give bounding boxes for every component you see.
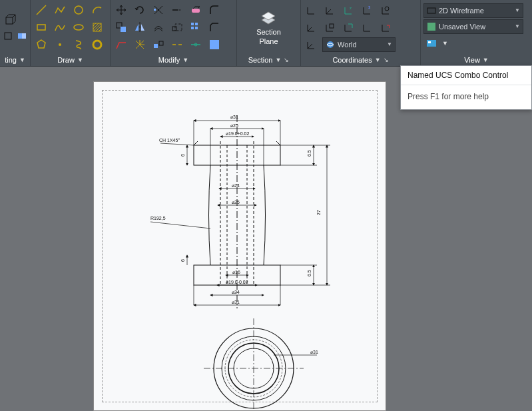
spline-tool-icon[interactable] bbox=[52, 19, 68, 35]
launcher-icon[interactable]: ↘ bbox=[384, 57, 389, 63]
polyline-tool-icon[interactable] bbox=[52, 2, 68, 18]
ucs-icon-8[interactable] bbox=[341, 19, 357, 35]
copy-tool-icon[interactable] bbox=[113, 19, 129, 35]
named-view-combo[interactable]: Unsaved View ▼ bbox=[423, 19, 523, 34]
edit-tool-icon[interactable] bbox=[206, 37, 222, 53]
ucs-combo[interactable]: World ▼ bbox=[322, 37, 396, 52]
join-tool-icon[interactable] bbox=[188, 37, 204, 53]
dim-d25-top: ⌀25 bbox=[230, 123, 238, 128]
launcher-icon[interactable]: ↘ bbox=[284, 57, 289, 63]
array-tool-icon[interactable] bbox=[188, 19, 204, 35]
polygon-tool-icon[interactable] bbox=[33, 37, 49, 53]
mirror-tool-icon[interactable] bbox=[132, 19, 148, 35]
dim-d24: ⌀24 bbox=[232, 183, 240, 188]
tool-unknown-2-icon[interactable] bbox=[17, 29, 28, 43]
panel-modify: Modify ▼ bbox=[111, 0, 237, 66]
svg-rect-0 bbox=[6, 17, 13, 24]
svg-rect-11 bbox=[192, 9, 200, 13]
svg-rect-19 bbox=[195, 27, 198, 29]
dim-r: R192,5 bbox=[150, 216, 166, 220]
svg-point-28 bbox=[327, 41, 334, 48]
dim-6a: 6.5 bbox=[307, 150, 312, 157]
panel-view-label: View bbox=[464, 56, 480, 64]
svg-rect-1 bbox=[5, 33, 11, 39]
panel-draw: Draw ▼ bbox=[31, 0, 111, 66]
ucs-icon-6[interactable] bbox=[304, 19, 320, 35]
svg-point-4 bbox=[75, 6, 83, 14]
donut-tool-icon[interactable] bbox=[89, 37, 105, 53]
svg-rect-16 bbox=[191, 23, 194, 25]
svg-point-26 bbox=[385, 7, 389, 11]
section-plane-label2: Plane bbox=[256, 37, 281, 46]
extend-tool-icon[interactable] bbox=[169, 2, 185, 18]
svg-line-62 bbox=[150, 222, 210, 228]
panel-title-coordinates[interactable]: Coordinates ▼ ↘ bbox=[301, 54, 420, 66]
ellipse-tool-icon[interactable] bbox=[71, 19, 87, 35]
svg-rect-21 bbox=[159, 41, 163, 45]
stretch-tool-icon[interactable] bbox=[113, 37, 129, 53]
move-tool-icon[interactable] bbox=[113, 2, 129, 18]
visual-style-combo[interactable]: 2D Wireframe ▼ bbox=[423, 3, 523, 18]
chevron-down-icon: ▼ bbox=[387, 41, 392, 47]
ucs-display-icon[interactable] bbox=[304, 37, 320, 53]
panel-title-section[interactable]: Section ▼ ↘ bbox=[237, 54, 300, 66]
paper-sheet: ⌀31 ⌀25 ⌀19.0+0.02 ⌀24 ⌀25 ⌀16 ⌀19.0-0.0… bbox=[93, 81, 386, 411]
arc-tool-icon[interactable] bbox=[89, 2, 105, 18]
ucs-icon-2[interactable] bbox=[322, 2, 338, 18]
trim-tool-icon[interactable] bbox=[150, 2, 166, 18]
chevron-down-icon: ▼ bbox=[275, 57, 281, 63]
svg-rect-29 bbox=[427, 8, 435, 13]
tool-unknown-1-icon[interactable] bbox=[3, 29, 14, 43]
dim-6b: 6.5 bbox=[307, 270, 312, 276]
svg-point-8 bbox=[59, 43, 61, 46]
svg-rect-13 bbox=[121, 27, 126, 32]
dim-27: 27 bbox=[316, 210, 321, 215]
erase-tool-icon[interactable] bbox=[188, 2, 204, 18]
fillet-tool-icon[interactable] bbox=[206, 2, 222, 18]
ucs-icon-3[interactable]: z bbox=[341, 2, 357, 18]
ucs-icon-10[interactable] bbox=[378, 19, 394, 35]
panel-title-partial[interactable]: ting ▼ bbox=[0, 54, 30, 66]
chevron-down-icon: ▼ bbox=[515, 7, 520, 13]
svg-text:z: z bbox=[350, 6, 352, 10]
chevron-down-icon: ▼ bbox=[77, 57, 83, 63]
hatch-tool-icon[interactable] bbox=[89, 19, 105, 35]
explode-tool-icon[interactable] bbox=[132, 37, 148, 53]
rectangle-tool-icon[interactable] bbox=[33, 19, 49, 35]
panel-coords-label: Coordinates bbox=[332, 56, 372, 64]
view-manager-icon[interactable] bbox=[423, 35, 439, 51]
line-tool-icon[interactable] bbox=[33, 2, 49, 18]
panel-section-label: Section bbox=[248, 56, 273, 64]
rotate-tool-icon[interactable] bbox=[132, 2, 148, 18]
svg-rect-27 bbox=[330, 24, 334, 28]
panel-title-view[interactable]: View ▼ bbox=[421, 54, 532, 66]
section-plane-button[interactable]: Section Plane bbox=[251, 5, 286, 48]
scale-tool-icon[interactable] bbox=[169, 19, 185, 35]
chamfer-tool-icon[interactable] bbox=[206, 19, 222, 35]
panel-ting-label: ting bbox=[5, 56, 17, 64]
panel-title-draw[interactable]: Draw ▼ bbox=[31, 54, 110, 66]
ucs-icon-9[interactable] bbox=[360, 19, 376, 35]
dim-6d: 6 bbox=[180, 259, 185, 262]
drawing-canvas[interactable]: ⌀31 ⌀25 ⌀19.0+0.02 ⌀24 ⌀25 ⌀16 ⌀19.0-0.0… bbox=[0, 67, 532, 411]
svg-rect-14 bbox=[172, 27, 176, 31]
circle-tool-icon[interactable] bbox=[71, 2, 87, 18]
ucs-icon-5[interactable] bbox=[378, 2, 394, 18]
chevron-down-icon: ▼ bbox=[182, 57, 188, 63]
align-tool-icon[interactable] bbox=[150, 37, 166, 53]
helix-tool-icon[interactable] bbox=[71, 37, 87, 53]
ucs-icon-4[interactable]: 3 bbox=[360, 2, 376, 18]
point-tool-icon[interactable] bbox=[52, 37, 68, 53]
svg-rect-3 bbox=[22, 33, 26, 39]
offset-tool-icon[interactable] bbox=[150, 19, 166, 35]
panel-partial-left: ting ▼ bbox=[0, 0, 31, 66]
break-tool-icon[interactable] bbox=[169, 37, 185, 53]
ucs-icon-7[interactable] bbox=[322, 19, 338, 35]
tooltip: Named UCS Combo Control Press F1 for mor… bbox=[400, 65, 532, 110]
svg-rect-23 bbox=[210, 40, 219, 49]
dim-ch: CH 1X45° bbox=[159, 138, 180, 143]
ucs-icon-1[interactable] bbox=[304, 2, 320, 18]
tool-box-icon[interactable] bbox=[3, 12, 19, 28]
panel-title-modify[interactable]: Modify ▼ bbox=[111, 54, 236, 66]
chevron-down-icon: ▼ bbox=[483, 57, 489, 63]
